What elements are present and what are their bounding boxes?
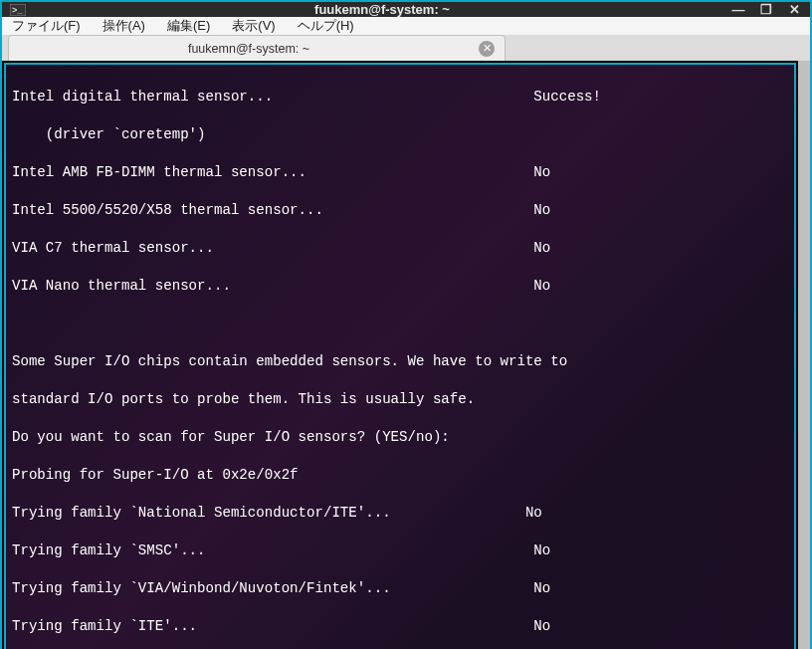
menu-file[interactable]: ファイル(F)	[12, 17, 81, 35]
output-line: Trying family `SMSC'... No	[12, 541, 788, 560]
menu-action[interactable]: 操作(A)	[102, 17, 145, 35]
window-title: fuukemn@f-system: ~	[34, 2, 730, 17]
svg-text:>_: >_	[12, 5, 23, 15]
output-line: Intel 5500/5520/X58 thermal sensor... No	[12, 201, 788, 220]
terminal-area: Intel digital thermal sensor... Success!…	[2, 61, 810, 649]
terminal-output[interactable]: Intel digital thermal sensor... Success!…	[4, 63, 796, 649]
output-line: Intel digital thermal sensor... Success!	[12, 88, 788, 107]
tab-label: fuukemn@f-system: ~	[19, 42, 479, 56]
output-line: Intel AMB FB-DIMM thermal sensor... No	[12, 163, 788, 182]
menu-edit[interactable]: 編集(E)	[167, 17, 210, 35]
output-line: (driver `coretemp')	[12, 125, 788, 144]
tab-active[interactable]: fuukemn@f-system: ~ ✕	[8, 35, 506, 61]
terminal-window: >_ fuukemn@f-system: ~ — ❐ ✕ ファイル(F) 操作(…	[0, 0, 812, 649]
output-line	[12, 315, 788, 333]
output-line: VIA Nano thermal sensor... No	[12, 277, 788, 296]
output-line: Probing for Super-I/O at 0x2e/0x2f	[12, 466, 788, 485]
titlebar[interactable]: >_ fuukemn@f-system: ~ — ❐ ✕	[2, 2, 810, 17]
menu-help[interactable]: ヘルプ(H)	[298, 17, 354, 35]
output-line: Trying family `National Semiconductor/IT…	[12, 504, 788, 523]
output-line: standard I/O ports to probe them. This i…	[12, 390, 788, 409]
terminal-icon: >_	[10, 3, 26, 17]
output-line: VIA C7 thermal sensor... No	[12, 239, 788, 258]
output-line: Do you want to scan for Super I/O sensor…	[12, 428, 788, 447]
maximize-button[interactable]: ❐	[758, 2, 774, 17]
output-line: Trying family `VIA/Winbond/Nuvoton/Finte…	[12, 579, 788, 598]
output-line: Trying family `ITE'... No	[12, 617, 788, 636]
minimize-button[interactable]: —	[730, 2, 746, 17]
menu-view[interactable]: 表示(V)	[232, 17, 275, 35]
menubar: ファイル(F) 操作(A) 編集(E) 表示(V) ヘルプ(H)	[2, 17, 810, 35]
tabbar: fuukemn@f-system: ~ ✕	[2, 35, 810, 61]
scrollbar[interactable]	[798, 61, 810, 649]
tab-close-icon[interactable]: ✕	[479, 41, 495, 57]
output-line: Some Super I/O chips contain embedded se…	[12, 352, 788, 371]
close-button[interactable]: ✕	[786, 2, 802, 17]
